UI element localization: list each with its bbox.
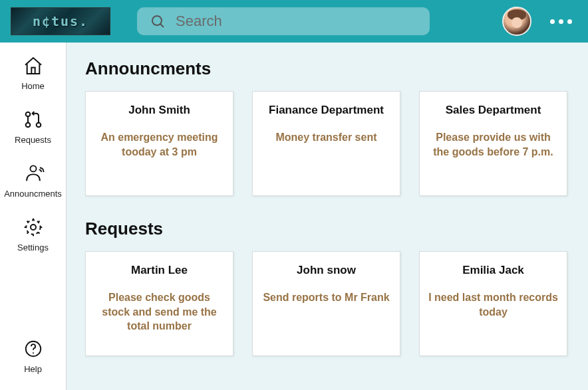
announcements-row: John Smith An emergency meeting tooday a…	[85, 91, 569, 196]
more-icon[interactable]	[545, 14, 577, 29]
header-right	[502, 7, 577, 36]
svg-point-4	[25, 123, 30, 128]
card-body: I need last month records today	[428, 290, 559, 319]
svg-point-8	[26, 220, 40, 234]
svg-point-0	[152, 16, 162, 25]
top-header: n¢tus.	[0, 0, 588, 43]
announcement-icon	[22, 162, 45, 185]
card-title: Sales Department	[428, 104, 559, 117]
sidebar-item-help[interactable]: Help	[0, 338, 66, 374]
card-body: Please provide us with the goods before …	[428, 130, 559, 159]
home-icon	[22, 54, 45, 77]
card-body: An emergency meeting tooday at 3 pm	[94, 130, 225, 159]
announcement-card[interactable]: Fianance Department Money transfer sent	[252, 91, 400, 196]
request-card[interactable]: John snow Send reports to Mr Frank	[252, 251, 400, 356]
svg-rect-2	[31, 68, 35, 74]
app-logo: n¢tus.	[11, 7, 110, 35]
card-title: Emilia Jack	[428, 264, 559, 277]
search-input[interactable]	[176, 13, 420, 30]
sidebar: Home Requests	[0, 43, 67, 390]
announcement-card[interactable]: John Smith An emergency meeting tooday a…	[85, 91, 233, 196]
card-title: John Smith	[94, 104, 225, 117]
card-body: Please check goods stock and send me the…	[94, 290, 225, 334]
card-title: Martin Lee	[94, 264, 225, 277]
section-title-requests: Requests	[85, 219, 569, 239]
sidebar-item-announcements[interactable]: Announcments	[0, 162, 66, 199]
sidebar-item-label: Help	[24, 364, 42, 374]
search-box[interactable]	[137, 7, 430, 35]
main-content: Announcments John Smith An emergency mee…	[67, 43, 588, 390]
svg-line-1	[160, 24, 164, 27]
section-title-announcements: Announcments	[85, 58, 569, 79]
card-body: Money transfer sent	[261, 130, 392, 145]
sidebar-item-label: Requests	[15, 135, 51, 145]
svg-point-3	[25, 112, 30, 117]
sidebar-item-home[interactable]: Home	[0, 54, 66, 91]
gear-icon	[22, 216, 45, 239]
search-icon	[146, 10, 169, 33]
sidebar-item-label: Settings	[17, 243, 49, 252]
svg-point-10	[33, 352, 34, 353]
svg-point-6	[30, 165, 36, 171]
card-title: John snow	[261, 264, 392, 277]
request-card[interactable]: Emilia Jack I need last month records to…	[419, 251, 567, 356]
requests-row: Martin Lee Please check goods stock and …	[85, 251, 569, 356]
avatar[interactable]	[502, 7, 531, 36]
request-card[interactable]: Martin Lee Please check goods stock and …	[85, 251, 233, 356]
sidebar-item-label: Home	[21, 81, 45, 91]
sidebar-item-requests[interactable]: Requests	[0, 108, 66, 145]
sidebar-item-label: Announcments	[4, 189, 62, 199]
card-title: Fianance Department	[261, 104, 392, 117]
announcement-card[interactable]: Sales Department Please provide us with …	[419, 91, 567, 196]
card-body: Send reports to Mr Frank	[261, 290, 392, 305]
svg-point-5	[36, 123, 41, 128]
sidebar-item-settings[interactable]: Settings	[0, 216, 66, 252]
svg-point-7	[31, 225, 36, 230]
pull-request-icon	[22, 108, 45, 131]
help-icon	[22, 338, 45, 360]
